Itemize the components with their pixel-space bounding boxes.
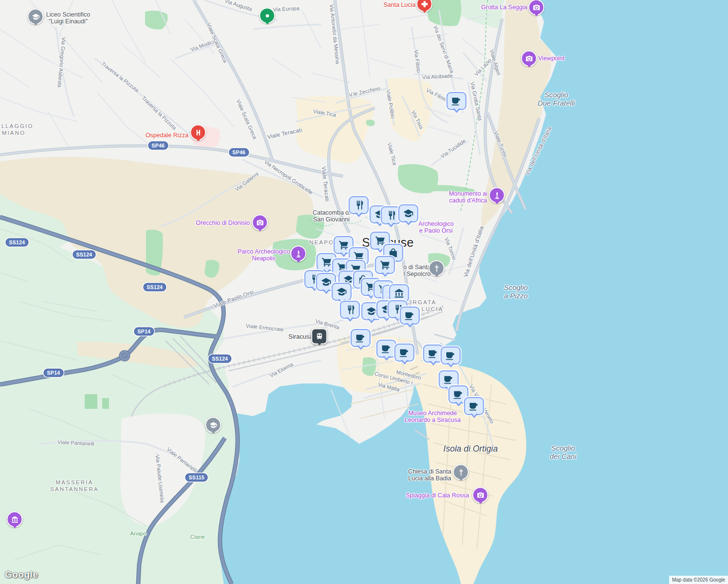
google-logo[interactable]: Google bbox=[5, 569, 38, 580]
map-canvas[interactable]: Via AugustaVia EuropaVia ModicaViale Sca… bbox=[0, 0, 728, 584]
hospital-area bbox=[191, 127, 220, 147]
map-attribution: Map data ©2026 Google bbox=[669, 576, 728, 584]
map-base-tiles bbox=[0, 0, 728, 584]
